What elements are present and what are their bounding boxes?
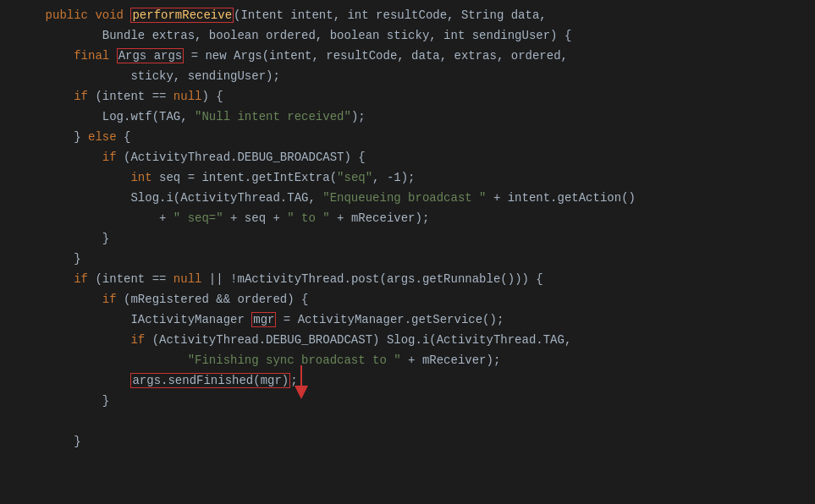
- code-editor: public void performReceive(Intent intent…: [0, 0, 815, 504]
- code-line: }: [17, 391, 798, 411]
- code-line: }: [17, 228, 798, 249]
- code-line: + " seq=" + seq + " to " + mReceiver);: [17, 208, 798, 228]
- code-line: int seq = intent.getIntExtra("seq", -1);: [17, 167, 798, 188]
- code-line: }: [17, 249, 798, 269]
- code-token: }: [17, 232, 109, 245]
- code-token: " to ": [287, 211, 329, 225]
- code-token: + mReceiver);: [330, 211, 430, 225]
- code-token: if: [130, 333, 145, 347]
- code-token: }: [17, 252, 81, 266]
- code-token: + intent.getAction(): [487, 191, 636, 205]
- code-token: }: [17, 394, 109, 408]
- code-line: [17, 411, 798, 431]
- code-token: public void: [17, 8, 130, 22]
- code-token: (ActivityThread.DEBUG_BROADCAST) {: [117, 151, 366, 164]
- code-token: (ActivityThread.DEBUG_BROADCAST) Slog.i(…: [145, 333, 571, 347]
- code-token: Bundle extras, boolean ordered, boolean …: [17, 29, 571, 42]
- code-token: " seq=": [173, 211, 223, 225]
- code-token: if: [74, 272, 88, 286]
- code-token: }: [17, 130, 88, 144]
- code-line: Bundle extras, boolean ordered, boolean …: [17, 25, 798, 46]
- code-token: ;: [290, 374, 297, 387]
- code-token: || !mActivityThread.post(args.getRunnabl…: [201, 272, 542, 286]
- highlighted-token: performReceive: [130, 8, 234, 23]
- code-token: Log.wtf(TAG,: [17, 110, 195, 123]
- code-token: [17, 333, 130, 347]
- code-token: [17, 90, 74, 103]
- code-token: [17, 272, 74, 286]
- code-token: = ActivityManager.getService();: [276, 313, 504, 326]
- code-line: "Finishing sync broadcast to " + mReceiv…: [17, 350, 798, 370]
- highlighted-token: mgr: [251, 312, 276, 327]
- code-token: (mRegistered && ordered) {: [117, 293, 309, 306]
- code-token: "Finishing sync broadcast to ": [188, 353, 401, 367]
- code-token: if: [102, 293, 117, 306]
- code-token: [17, 353, 188, 367]
- code-token: }: [17, 435, 81, 448]
- code-token: null: [173, 90, 202, 103]
- code-token: [17, 374, 130, 387]
- code-line: IActivityManager mgr = ActivityManager.g…: [17, 310, 798, 330]
- code-token: [17, 49, 74, 63]
- code-token: +: [17, 211, 173, 225]
- code-token: [17, 171, 130, 184]
- code-line: args.sendFinished(mgr);: [17, 370, 798, 391]
- code-token: ) {: [201, 90, 223, 103]
- code-token: (Intent intent, int resultCode, String d…: [234, 8, 547, 22]
- highlighted-token: args.sendFinished(mgr): [130, 373, 290, 388]
- code-token: [17, 151, 102, 164]
- code-token: , -1);: [372, 171, 415, 184]
- code-line: if (ActivityThread.DEBUG_BROADCAST) {: [17, 147, 798, 167]
- code-line: }: [17, 431, 798, 452]
- code-token: [17, 293, 102, 306]
- code-token: "Enqueueing broadcast ": [322, 191, 486, 205]
- code-token: [109, 49, 116, 63]
- code-line: } else {: [17, 127, 798, 147]
- code-token: null: [173, 272, 202, 286]
- code-token: IActivityManager: [17, 313, 251, 326]
- code-token: final: [74, 49, 109, 63]
- code-line: final Args args = new Args(intent, resul…: [17, 46, 798, 66]
- code-line: public void performReceive(Intent intent…: [17, 5, 798, 25]
- code-token: if: [102, 151, 117, 164]
- code-line: Log.wtf(TAG, "Null intent received");: [17, 107, 798, 127]
- code-content: public void performReceive(Intent intent…: [17, 5, 798, 452]
- code-token: else: [88, 130, 117, 144]
- code-token: (intent ==: [88, 90, 173, 103]
- code-token: sticky, sendingUser);: [17, 69, 280, 83]
- code-line: if (intent == null || !mActivityThread.p…: [17, 269, 798, 289]
- code-token: {: [117, 130, 131, 144]
- code-token: int: [130, 171, 151, 184]
- highlighted-token: Args args: [117, 48, 184, 63]
- code-line: sticky, sendingUser);: [17, 66, 798, 86]
- code-token: if: [74, 90, 88, 103]
- code-token: Slog.i(ActivityThread.TAG,: [17, 191, 322, 205]
- code-line: Slog.i(ActivityThread.TAG, "Enqueueing b…: [17, 188, 798, 208]
- code-token: "seq": [337, 171, 372, 184]
- code-token: "Null intent received": [195, 110, 351, 123]
- code-line: if (mRegistered && ordered) {: [17, 289, 798, 310]
- code-token: + seq +: [223, 211, 288, 225]
- code-token: + mReceiver);: [401, 353, 501, 367]
- code-line: if (ActivityThread.DEBUG_BROADCAST) Slog…: [17, 330, 798, 350]
- code-token: );: [351, 110, 366, 123]
- code-token: (intent ==: [88, 272, 173, 286]
- code-token: seq = intent.getIntExtra(: [152, 171, 337, 184]
- code-token: = new Args(intent, resultCode, data, ext…: [184, 49, 568, 63]
- code-line: if (intent == null) {: [17, 86, 798, 107]
